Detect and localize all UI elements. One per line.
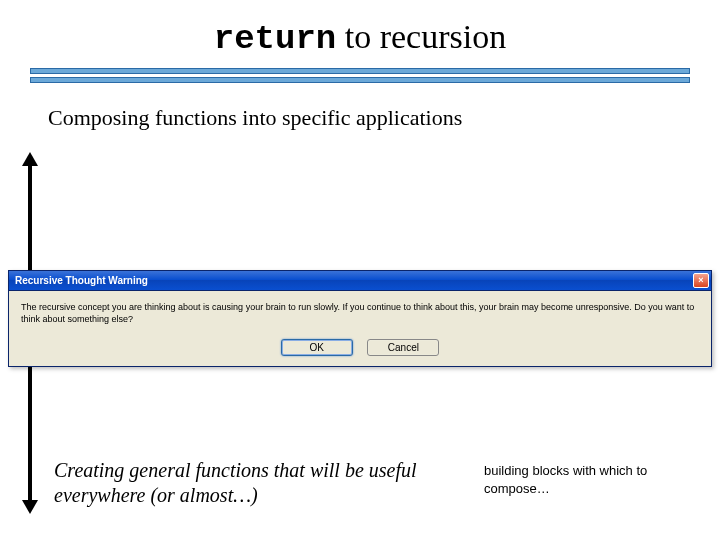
dialog-message: The recursive concept you are thinking a… (21, 301, 699, 325)
close-icon[interactable]: × (693, 273, 709, 288)
slide-title: return to recursion (0, 18, 720, 58)
title-divider (30, 68, 690, 83)
warning-dialog: Recursive Thought Warning × The recursiv… (8, 270, 712, 367)
dialog-body: The recursive concept you are thinking a… (9, 291, 711, 331)
footer: Creating general functions that will be … (54, 458, 690, 508)
footer-main-text: Creating general functions that will be … (54, 458, 454, 508)
subtitle-text: Composing functions into specific applic… (48, 105, 720, 131)
title-rest: to recursion (336, 18, 506, 55)
footer-note-text: building blocks with which to compose… (484, 462, 690, 497)
arrow-down-icon (22, 500, 38, 514)
dialog-title-text: Recursive Thought Warning (15, 275, 148, 286)
dialog-button-row: OK Cancel (9, 331, 711, 366)
title-keyword: return (214, 20, 336, 58)
dialog-titlebar[interactable]: Recursive Thought Warning × (9, 271, 711, 291)
cancel-button[interactable]: Cancel (367, 339, 439, 356)
ok-button[interactable]: OK (281, 339, 353, 356)
